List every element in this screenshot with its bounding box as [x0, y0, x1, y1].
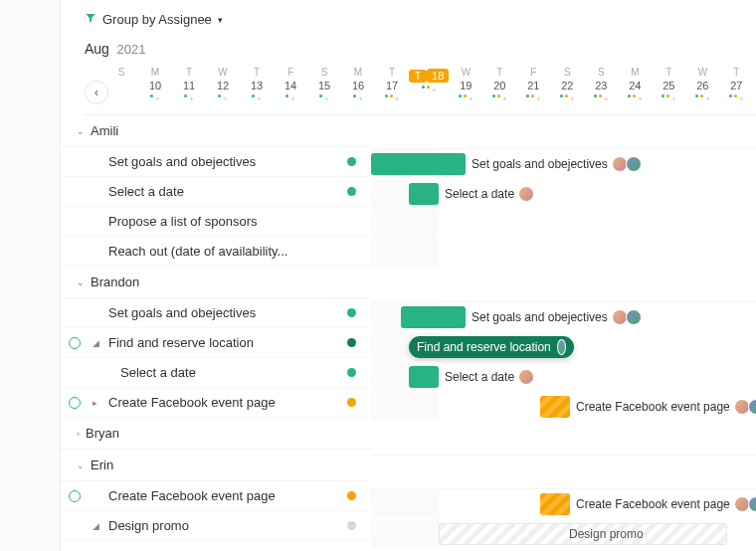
group-header[interactable]: ⌄Amili — [61, 115, 370, 147]
calendar-day[interactable]: M24+ — [618, 67, 652, 100]
gantt-bar[interactable]: Select a date — [409, 366, 439, 388]
status-dot — [347, 338, 356, 347]
status-dot — [347, 491, 356, 500]
gantt-bar[interactable]: Set goals and obejectives — [401, 306, 466, 328]
caret-down-icon: ▾ — [218, 15, 223, 25]
calendar-day[interactable]: F14+ — [274, 67, 307, 100]
gantt-bar[interactable]: Select a date — [409, 183, 439, 205]
chevron-icon: › — [77, 429, 80, 439]
task-row[interactable]: Set goals and obejectives — [61, 298, 370, 328]
calendar-day[interactable]: T25+ — [652, 67, 685, 100]
task-row[interactable]: Set goals and obejectives — [61, 147, 370, 177]
gantt-row: Find and reserve location — [371, 332, 756, 362]
status-dot — [347, 187, 356, 196]
avatar — [626, 309, 642, 325]
calendar-day[interactable]: F21+ — [516, 67, 550, 100]
calendar-day[interactable]: S — [104, 67, 138, 100]
expand-icon[interactable]: ▸ — [93, 398, 97, 408]
gantt-row: Select a date — [371, 362, 756, 392]
prev-arrow-button[interactable]: ‹ — [85, 81, 108, 104]
status-dot — [347, 368, 356, 377]
group-header[interactable]: ⌄Brandon — [61, 267, 370, 298]
group-name: Erin — [91, 458, 113, 472]
calendar-day[interactable]: T13+ — [240, 67, 274, 100]
expand-icon[interactable]: ◢ — [93, 521, 99, 531]
year-label: 2021 — [117, 42, 146, 57]
group-header[interactable]: ›Bryan — [61, 418, 370, 450]
status-dot — [347, 157, 356, 166]
gantt-bar[interactable]: Create Facebook event page — [540, 493, 570, 515]
gantt-bar[interactable]: Find and reserve location — [409, 336, 574, 358]
task-ring-icon — [69, 397, 81, 409]
expand-icon[interactable]: ◢ — [93, 338, 99, 348]
gantt-row: Design promo — [371, 519, 756, 549]
task-ring-icon — [69, 337, 81, 349]
filter-icon — [85, 12, 96, 27]
task-row[interactable]: Reach out (date of availability... — [61, 237, 370, 267]
task-row[interactable]: Propose a list of sponsors — [61, 207, 370, 237]
task-name: Create Facebook event page — [108, 395, 276, 410]
avatar — [626, 156, 642, 172]
calendar-day[interactable]: W12+ — [206, 67, 240, 100]
group-header[interactable]: ⌄Erin — [61, 450, 370, 481]
task-row[interactable]: Select a date — [61, 358, 370, 388]
calendar-day[interactable]: T11+ — [172, 67, 206, 100]
bar-label: Select a date — [445, 186, 534, 202]
bar-label: Create Facebook event page — [576, 399, 756, 415]
calendar-day[interactable]: T17+ — [375, 67, 409, 100]
status-dot — [347, 521, 356, 530]
chevron-icon: ⌄ — [77, 460, 85, 470]
task-name: Set goals and obejectives — [108, 305, 256, 320]
task-name: Create Facebook event page — [108, 488, 276, 503]
gantt-row — [371, 239, 756, 269]
avatar — [748, 399, 756, 415]
task-name: Set goals and obejectives — [108, 154, 256, 169]
gantt-row: Create Facebook event page — [371, 392, 756, 422]
gantt-row: Set goals and obejectives — [371, 149, 756, 179]
task-name: Select a date — [120, 365, 196, 380]
bar-label: Set goals and obejectives — [472, 309, 642, 325]
status-dot — [347, 308, 356, 317]
avatar — [518, 186, 534, 202]
gantt-bar[interactable]: Create Facebook event page — [540, 396, 570, 418]
bar-label: Create Facebook event page — [576, 496, 756, 512]
gantt-row — [371, 209, 756, 239]
calendar-day[interactable]: W26+ — [685, 67, 719, 100]
task-name: Find and reserve location — [108, 335, 254, 350]
gantt-row: Create Facebook event page — [371, 489, 756, 519]
gantt-row: Select a date — [371, 179, 756, 209]
calendar-day[interactable]: S22+ — [550, 67, 584, 100]
calendar-day[interactable]: M10+ — [138, 67, 172, 100]
gantt-bar[interactable]: Design promo — [439, 523, 727, 545]
group-by-button[interactable]: Group by Assignee — [102, 12, 212, 27]
calendar-day[interactable]: W19+ — [449, 67, 482, 100]
group-name: Bryan — [86, 426, 119, 441]
task-row[interactable]: ◢Design promo — [61, 511, 370, 541]
task-ring-icon — [69, 490, 81, 502]
task-row[interactable]: Select a date — [61, 177, 370, 207]
calendar-day[interactable]: M16+ — [341, 67, 375, 100]
chevron-icon: ⌄ — [77, 277, 85, 287]
bar-label: Design promo — [569, 527, 644, 541]
chevron-icon: ⌄ — [77, 126, 85, 136]
calendar-day[interactable]: T18+ — [409, 67, 449, 100]
calendar-day[interactable]: S15+ — [307, 67, 341, 100]
avatar — [557, 339, 566, 355]
group-name: Amili — [91, 123, 118, 138]
bar-label: Set goals and obejectives — [472, 156, 642, 172]
avatar — [518, 369, 534, 385]
calendar-day[interactable]: S23+ — [584, 67, 618, 100]
status-dot — [347, 398, 356, 407]
calendar-day[interactable]: T20+ — [482, 67, 516, 100]
task-row[interactable]: Create Facebook event page — [61, 481, 370, 511]
task-name: Reach out (date of availability... — [108, 244, 287, 259]
bar-label: Find and reserve location — [417, 340, 551, 354]
gantt-bar[interactable]: Set goals and obejectives — [371, 153, 466, 175]
calendar-day[interactable]: T27+ — [719, 67, 753, 100]
task-row[interactable]: ◢Find and reserve location — [61, 328, 370, 358]
task-row[interactable]: ▸Create Facebook event page — [61, 388, 370, 418]
gantt-row: Set goals and obejectives — [371, 302, 756, 332]
bar-label: Select a date — [445, 369, 534, 385]
task-name: Design promo — [108, 518, 189, 533]
group-name: Brandon — [91, 275, 139, 289]
